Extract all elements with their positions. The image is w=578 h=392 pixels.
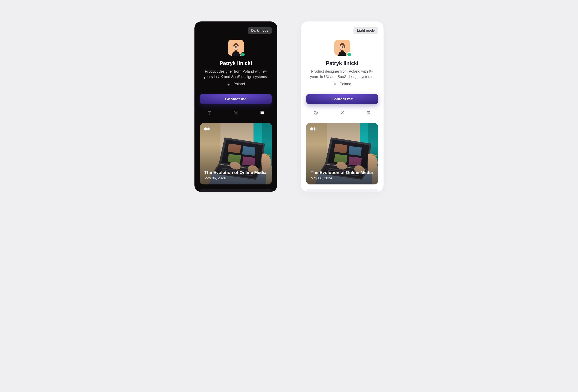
- social-row: [313, 110, 371, 115]
- location-label: Poland: [233, 82, 245, 86]
- profile-bio: Product designer from Poland with 9+ yea…: [306, 69, 378, 80]
- x-twitter-icon[interactable]: [234, 110, 239, 115]
- social-row: [207, 110, 265, 115]
- medium-icon: [204, 127, 210, 132]
- theme-toggle-button[interactable]: Dark mode: [248, 27, 272, 34]
- profile-name: Patryk Ilnicki: [220, 60, 252, 66]
- location-row: Poland: [227, 82, 245, 86]
- next-card-peek: [200, 189, 272, 192]
- pin-icon: [333, 82, 337, 86]
- location-label: Poland: [339, 82, 351, 86]
- profile-name: Patryk Ilnicki: [326, 60, 358, 66]
- article-card[interactable]: The Evolution of Online Media May 06, 20…: [306, 123, 378, 184]
- article-card[interactable]: The Evolution of Online Media May 06, 20…: [200, 123, 272, 184]
- linkedin-icon[interactable]: [260, 110, 265, 115]
- x-twitter-icon[interactable]: [340, 110, 345, 115]
- avatar: [334, 40, 350, 56]
- theme-toggle-row: Dark mode: [200, 27, 272, 34]
- avatar: [228, 40, 244, 56]
- contact-button[interactable]: Contact me: [200, 94, 272, 104]
- article-title: The Evolution of Online Media: [311, 170, 373, 175]
- status-dot-icon: [241, 53, 245, 56]
- dribbble-icon[interactable]: [207, 110, 212, 115]
- dribbble-icon[interactable]: [313, 110, 318, 115]
- article-text: The Evolution of Online Media May 06, 20…: [311, 170, 373, 180]
- linkedin-icon[interactable]: [366, 110, 371, 115]
- article-date: May 06, 2024: [311, 176, 373, 180]
- article-title: The Evolution of Online Media: [204, 170, 267, 175]
- contact-button[interactable]: Contact me: [306, 94, 378, 104]
- status-dot-icon: [347, 53, 351, 56]
- article-text: The Evolution of Online Media May 06, 20…: [204, 170, 267, 180]
- pin-icon: [227, 82, 230, 86]
- profile-card-light: Light mode Patryk Ilnicki Product design…: [301, 21, 384, 192]
- theme-toggle-button[interactable]: Light mode: [353, 27, 378, 34]
- medium-icon: [310, 127, 316, 132]
- theme-toggle-row: Light mode: [306, 27, 378, 34]
- location-row: Poland: [333, 82, 351, 86]
- next-card-peek: [306, 189, 378, 192]
- profile-card-dark: Dark mode Patryk Ilnicki Product designe…: [194, 21, 277, 192]
- article-date: May 06, 2024: [204, 176, 267, 180]
- profile-bio: Product designer from Poland with 9+ yea…: [200, 69, 272, 80]
